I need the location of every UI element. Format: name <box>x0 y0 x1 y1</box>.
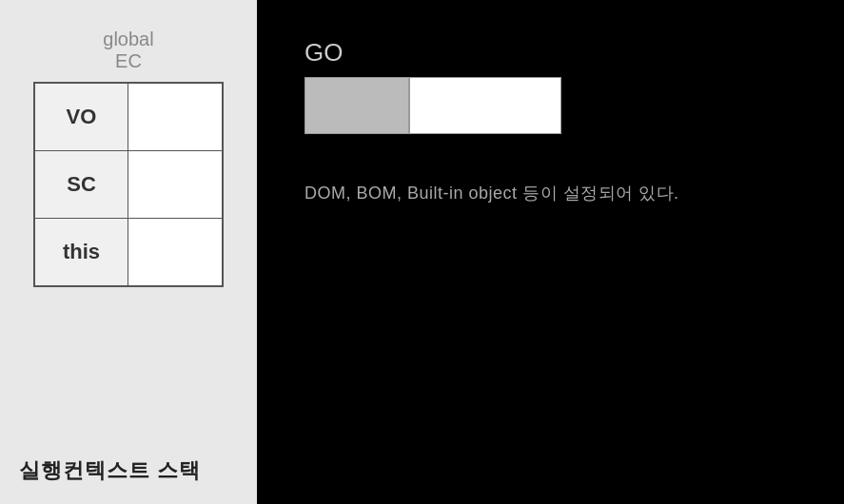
go-section: GO <box>304 38 796 134</box>
table-row: this <box>35 219 222 285</box>
this-value <box>128 219 222 285</box>
global-ec-label: global EC <box>103 29 153 72</box>
stack-label: 실행컨텍스트 스택 <box>19 456 201 485</box>
sc-label: SC <box>35 151 128 218</box>
vo-label: VO <box>35 84 128 150</box>
table-row: VO <box>35 84 222 151</box>
this-label: this <box>35 219 128 285</box>
go-box-left <box>304 77 409 134</box>
left-panel: global EC VO SC this 실행컨텍스트 스택 <box>0 0 257 504</box>
sc-value <box>128 151 222 218</box>
right-panel: GO DOM, BOM, Built-in object 등이 설정되어 있다. <box>257 0 844 504</box>
vo-value <box>128 84 222 150</box>
go-box-right <box>409 77 561 134</box>
go-label: GO <box>304 38 343 68</box>
ec-table: VO SC this <box>33 82 224 287</box>
go-description: DOM, BOM, Built-in object 등이 설정되어 있다. <box>304 182 796 204</box>
table-row: SC <box>35 151 222 219</box>
go-box-container <box>304 77 561 134</box>
